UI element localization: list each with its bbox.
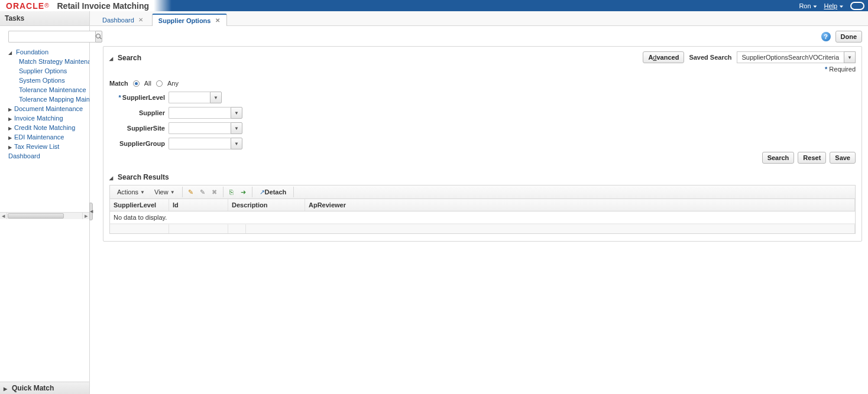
results-toolbar: Actions▼ View▼ Detach <box>109 185 856 199</box>
nav-supplier-options[interactable]: Supplier Options <box>19 66 89 76</box>
match-label: Match <box>109 80 128 87</box>
required-note: * Required <box>825 66 856 73</box>
match-all-radio[interactable] <box>133 80 140 87</box>
nav-invoice-matching[interactable]: Invoice Matching <box>8 113 89 123</box>
nav-document-maint[interactable]: Document Maintenance <box>8 104 89 113</box>
dropdown-icon[interactable] <box>231 107 242 119</box>
page-top-actions: ? Done <box>103 31 862 43</box>
supplier-level-input[interactable] <box>169 92 210 103</box>
col-description[interactable]: Description <box>228 199 305 211</box>
search-panel-buttons: Search Reset Save <box>109 152 856 164</box>
match-any-label: Any <box>167 80 179 87</box>
tab-supplier-options[interactable]: Supplier Options ✕ <box>152 14 228 26</box>
chevron-right-icon <box>8 105 14 112</box>
dropdown-icon[interactable] <box>844 51 856 63</box>
saved-search-label: Saved Search <box>689 54 731 61</box>
grid-body: No data to display. <box>110 211 855 224</box>
tasks-sidebar: Tasks Foundation Match Strategy Maintena… <box>0 11 90 394</box>
create-icon[interactable] <box>185 186 197 198</box>
supplier-group-lov[interactable] <box>169 138 245 149</box>
tasks-search-input[interactable] <box>8 31 95 43</box>
supplier-site-label: SupplierSite <box>109 125 169 132</box>
saved-search-select[interactable]: SupplierOptionsSearchVOCriteria <box>737 51 856 63</box>
chevron-down-icon <box>8 48 14 56</box>
supplier-input[interactable] <box>169 107 231 119</box>
save-button[interactable]: Save <box>830 152 856 164</box>
nav-match-strategy[interactable]: Match Strategy Maintenance <box>19 57 89 66</box>
global-banner: ORACLE® Retail Invoice Matching Ron▼ Hel… <box>0 0 868 11</box>
edit-icon[interactable] <box>197 186 209 198</box>
tasks-header: Tasks <box>0 11 89 26</box>
nav-edi-maint[interactable]: EDI Maintenance <box>8 132 89 142</box>
brand-area: ORACLE® Retail Invoice Matching <box>0 1 149 11</box>
chevron-right-icon <box>8 133 14 141</box>
nav-foundation-children: Match Strategy Maintenance Supplier Opti… <box>8 57 89 104</box>
supplier-site-lov[interactable] <box>169 122 245 134</box>
view-menu[interactable]: View▼ <box>150 185 180 198</box>
help-icon[interactable]: ? <box>821 32 831 41</box>
supplier-lov[interactable] <box>169 107 245 119</box>
nav-tolerance-mapping[interactable]: Tolerance Mapping Maintenance <box>19 95 89 104</box>
done-button[interactable]: Done <box>835 31 863 43</box>
results-grid: SupplierLevel Id Description ApReviewer … <box>109 199 856 234</box>
brand-logo: ORACLE <box>6 1 44 11</box>
reset-button[interactable]: Reset <box>798 152 826 164</box>
user-menu[interactable]: Ron▼ <box>799 2 818 9</box>
chevron-right-icon <box>4 384 9 392</box>
workarea: ? Done Search Advanced Saved Search S <box>90 26 868 394</box>
tasks-search <box>0 26 89 46</box>
help-menu[interactable]: Help▼ <box>824 2 844 9</box>
chevron-down-icon <box>109 173 115 181</box>
grid-header: SupplierLevel Id Description ApReviewer <box>110 199 855 211</box>
chevron-down-icon <box>109 54 115 62</box>
actions-menu[interactable]: Actions▼ <box>112 185 150 198</box>
delete-icon[interactable] <box>209 186 221 198</box>
nav-foundation[interactable]: Foundation <box>8 47 89 57</box>
scroll-right-icon[interactable]: ▸ <box>82 213 89 219</box>
nav-tolerance-maint[interactable]: Tolerance Maintenance <box>19 85 89 95</box>
tabs-row: Dashboard ✕ Supplier Options ✕ <box>90 11 868 26</box>
col-apreviewer[interactable]: ApReviewer <box>305 199 855 211</box>
chevron-right-icon <box>8 115 14 122</box>
saved-search-value: SupplierOptionsSearchVOCriteria <box>737 51 844 63</box>
export-excel-icon[interactable] <box>226 186 238 198</box>
chevron-right-icon <box>8 143 14 150</box>
col-supplier-level[interactable]: SupplierLevel <box>110 199 169 211</box>
content-area: Dashboard ✕ Supplier Options ✕ ? Done Se… <box>90 11 868 394</box>
nav-tax-review[interactable]: Tax Review List <box>8 142 89 151</box>
nav-dashboard-link[interactable]: Dashboard <box>8 151 89 161</box>
col-id[interactable]: Id <box>169 199 228 211</box>
search-button[interactable]: Search <box>762 152 795 164</box>
detach-button[interactable]: Detach <box>255 185 292 198</box>
search-form: *SupplierLevel Supplier SupplierSite <box>109 92 358 149</box>
quick-match-panel[interactable]: Quick Match <box>0 382 89 394</box>
tab-dashboard[interactable]: Dashboard ✕ <box>96 14 151 25</box>
search-section-title[interactable]: Search <box>109 54 141 62</box>
nav-system-options[interactable]: System Options <box>19 76 89 85</box>
scroll-thumb[interactable] <box>8 213 64 219</box>
tasks-tree: Foundation Match Strategy Maintenance Su… <box>0 46 89 212</box>
dropdown-icon[interactable] <box>231 122 242 134</box>
advanced-button[interactable]: Advanced <box>643 51 684 63</box>
results-section-title[interactable]: Search Results <box>109 173 856 181</box>
supplier-group-label: SupplierGroup <box>109 140 169 147</box>
dropdown-icon[interactable] <box>210 92 222 103</box>
export-icon[interactable] <box>238 186 250 198</box>
sidebar-hscrollbar[interactable]: ◂ ▸ <box>0 212 89 219</box>
grid-empty-message: No data to display. <box>110 211 855 224</box>
app-title: Retail Invoice Matching <box>57 1 150 11</box>
detach-icon <box>260 188 265 196</box>
dropdown-icon[interactable] <box>231 138 242 149</box>
brand-sup: ® <box>44 2 48 9</box>
banner-right: Ron▼ Help▼ <box>799 0 864 11</box>
supplier-group-input[interactable] <box>169 138 231 149</box>
main-layout: Tasks Foundation Match Strategy Maintena… <box>0 11 868 394</box>
match-any-radio[interactable] <box>156 80 163 87</box>
close-icon[interactable]: ✕ <box>214 18 221 24</box>
nav-credit-note[interactable]: Credit Note Matching <box>8 123 89 132</box>
supplier-site-input[interactable] <box>169 122 231 134</box>
close-icon[interactable]: ✕ <box>138 17 144 24</box>
scroll-left-icon[interactable]: ◂ <box>0 213 7 219</box>
supplier-level-select[interactable] <box>169 92 245 103</box>
match-all-label: All <box>144 80 151 87</box>
